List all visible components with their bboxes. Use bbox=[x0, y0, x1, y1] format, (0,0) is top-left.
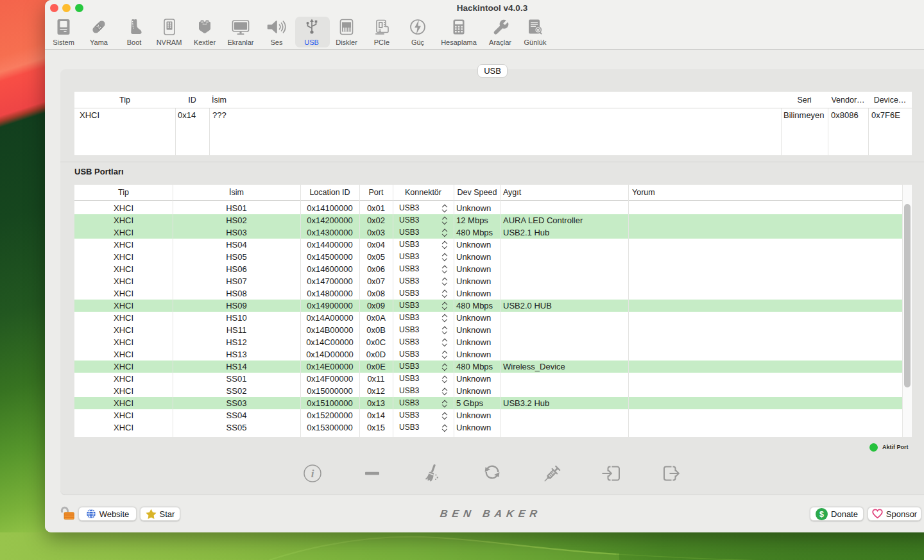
svg-text:$: $ bbox=[819, 510, 824, 519]
svg-text:i: i bbox=[311, 468, 314, 480]
